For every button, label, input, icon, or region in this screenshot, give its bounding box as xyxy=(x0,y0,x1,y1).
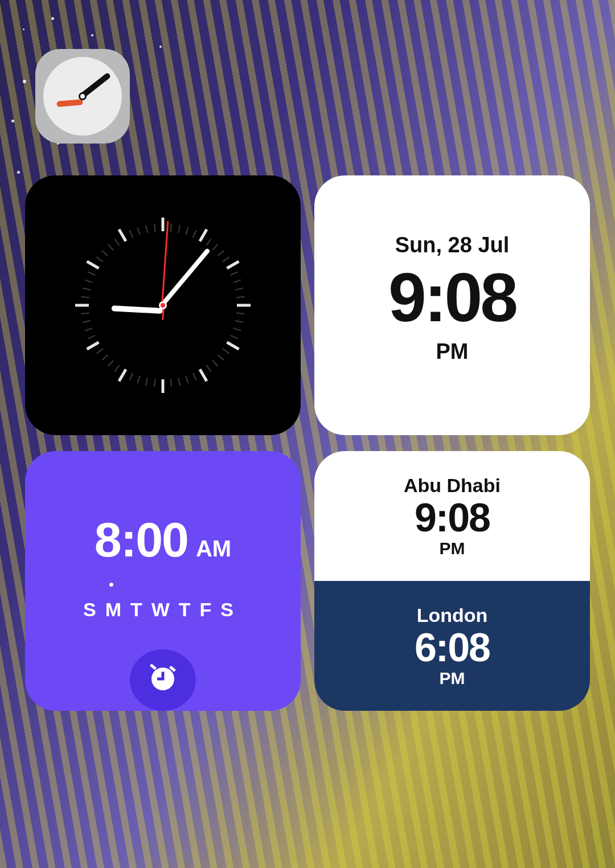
alarm-ampm: AM xyxy=(196,536,231,562)
city-time: 6:08 xyxy=(415,628,490,668)
city-name: Abu Dhabi xyxy=(404,474,501,497)
alarm-time: 8:00 xyxy=(95,511,188,568)
digital-date: Sun, 28 Jul xyxy=(395,233,510,257)
add-alarm-button[interactable] xyxy=(130,649,196,711)
digital-ampm: PM xyxy=(436,339,469,364)
analog-dial xyxy=(77,220,248,391)
analog-clock-widget[interactable] xyxy=(25,175,301,435)
world-clock-widget[interactable]: Abu Dhabi 9:08 PM London 6:08 PM xyxy=(314,451,590,711)
alarm-days: SMTWTFS xyxy=(83,599,243,621)
city-name: London xyxy=(417,604,488,627)
digital-time: 9:08 xyxy=(388,263,516,331)
world-clock-city-2: London 6:08 PM xyxy=(314,581,590,711)
alarm-clock-icon xyxy=(146,662,180,698)
alarm-widget[interactable]: 8:00 AM SMTWTFS xyxy=(25,451,301,711)
world-clock-city-1: Abu Dhabi 9:08 PM xyxy=(314,451,590,581)
city-ampm: PM xyxy=(440,669,465,688)
city-ampm: PM xyxy=(440,539,465,558)
clock-app-icon[interactable] xyxy=(35,49,130,144)
city-time: 9:08 xyxy=(415,498,490,538)
clock-face-icon xyxy=(43,57,122,136)
digital-clock-widget[interactable]: Sun, 28 Jul 9:08 PM xyxy=(314,175,590,435)
